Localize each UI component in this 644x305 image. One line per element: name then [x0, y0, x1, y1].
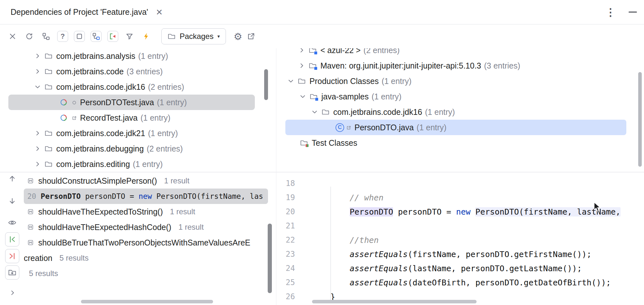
usage-code-type: PersonDTO: [41, 192, 81, 200]
group-by-packages-toggle[interactable]: [40, 31, 51, 42]
usage-group-row[interactable]: shouldBeTrueThatTwoPersonObjectsWithSame…: [18, 235, 269, 250]
usages-horizontal-scrollbar[interactable]: [81, 300, 213, 303]
show-modules-toggle[interactable]: [91, 31, 102, 42]
code-text: (firstName, personDTO.getFirstName());: [408, 250, 592, 259]
analyze-button[interactable]: [141, 31, 152, 42]
hierarchy-icon: [42, 32, 50, 41]
tree-item-count: (1 entry): [416, 123, 446, 132]
code-method-call: assertEquals: [350, 278, 408, 287]
usage-group-row[interactable]: 5 results: [18, 266, 269, 281]
tab-close-icon[interactable]: ✕: [156, 8, 163, 16]
class-icon: C: [335, 123, 344, 132]
settings-button[interactable]: ⚙: [234, 31, 242, 42]
jdk-icon: [308, 48, 317, 55]
tree-item-production-classes[interactable]: Production Classes (1 entry): [287, 73, 411, 89]
chevron-right-icon[interactable]: [34, 68, 41, 75]
preview-toggle[interactable]: [8, 218, 17, 227]
tree-item-azul-22[interactable]: < azul-22 > (2 entries): [298, 48, 400, 58]
code-method-call: assertEquals: [350, 264, 408, 273]
tree-item-code[interactable]: com.jetbrains.code (3 entries): [34, 64, 163, 79]
tree-item-count: (3 entries): [484, 61, 520, 70]
tree-item-java-samples[interactable]: java-samples (1 entry): [299, 89, 401, 104]
previous-occurrence-button[interactable]: [8, 174, 16, 183]
chevron-down-icon[interactable]: [34, 83, 41, 91]
highlighted-type: PersonDTO: [350, 207, 393, 217]
chevron-right-icon[interactable]: [298, 48, 306, 54]
dataflow-toggle[interactable]: [107, 31, 118, 42]
usage-count: 1 result: [164, 176, 190, 185]
tree-item-code-jdk21[interactable]: com.jetbrains.code.jdk21 (1 entry): [34, 125, 178, 141]
autoscroll-from-source-toggle[interactable]: [5, 249, 19, 263]
tree-item-label: Maven: org.junit.jupiter:junit-jupiter-a…: [320, 61, 481, 70]
tab-dependencies[interactable]: Dependencies of Project 'Feature.java' ✕: [0, 0, 163, 24]
tree-item-persondto[interactable]: C PersonDTO.java (1 entry): [335, 120, 446, 135]
packages-dropdown[interactable]: Packages ▾: [161, 28, 226, 44]
chevron-down-icon: ▾: [217, 33, 220, 39]
package-icon: [44, 67, 53, 76]
test-badge: [305, 144, 309, 147]
mouse-cursor: [593, 202, 602, 212]
tree-item-test-classes[interactable]: Test Classes: [300, 135, 357, 151]
usage-group-row[interactable]: shouldHaveTheExpectedToString() 1 result: [18, 204, 269, 219]
next-occurrence-button[interactable]: [8, 197, 16, 205]
package-icon: [44, 160, 53, 169]
chevron-right-icon[interactable]: [298, 62, 306, 69]
usage-selected-row[interactable]: 20 PersonDTO personDTO = new PersonDTO(f…: [24, 189, 268, 204]
help-toggle[interactable]: ?: [57, 31, 68, 42]
chevron-right-icon[interactable]: [34, 129, 41, 137]
tree-item-analysis[interactable]: com.jetbrains.analysis (1 entry): [34, 48, 168, 64]
open-in-new-window-button[interactable]: [246, 31, 256, 42]
expand-strip-button[interactable]: [8, 289, 17, 297]
chevron-down-icon[interactable]: [299, 93, 307, 100]
tree-item-persondtotest[interactable]: PersonDTOTest.java (1 entry): [59, 95, 187, 110]
editor-line: 25 assertEquals(dateOfBirth, personDTO.g…: [276, 275, 644, 290]
close-button[interactable]: [7, 31, 18, 42]
chevron-down-icon[interactable]: [287, 77, 295, 85]
chevron-right-icon[interactable]: [34, 160, 41, 168]
usage-group-row[interactable]: creation 5 results: [18, 250, 269, 266]
tree-item-count: (1 entry): [148, 129, 178, 138]
chevron-down-icon[interactable]: [311, 108, 318, 116]
editor-horizontal-scrollbar[interactable]: [312, 300, 477, 303]
usage-group-row[interactable]: shouldConstructASimplePerson() 1 result: [18, 173, 269, 189]
library-badge: [314, 67, 318, 70]
test-folder-icon: [300, 138, 309, 147]
group-by-usage-type-toggle[interactable]: [5, 265, 19, 280]
tree-item-maven-junit[interactable]: Maven: org.junit.jupiter:junit-jupiter-a…: [298, 58, 520, 73]
tree-item-count: (3 entries): [127, 67, 163, 76]
code-comment: // when: [311, 193, 383, 202]
folder-asterisk-icon: [8, 268, 17, 277]
code-text: [470, 207, 475, 217]
chevron-right-icon[interactable]: [34, 145, 41, 152]
tree-item-label: PersonDTO.java: [354, 123, 414, 132]
flatten-packages-toggle[interactable]: [74, 31, 85, 42]
tree-item-count: (1 entry): [371, 92, 401, 101]
right-tree-scrollbar[interactable]: [638, 72, 642, 167]
package-icon: [44, 82, 53, 91]
tree-item-editing[interactable]: com.jetbrains.editing (1 entry): [34, 156, 163, 172]
left-tree-scrollbar[interactable]: [264, 69, 268, 100]
usages-vertical-scrollbar[interactable]: [268, 224, 272, 293]
method-icon: [27, 178, 34, 184]
usage-group-row[interactable]: shouldHaveTheExpectedHashCode() 1 result: [18, 219, 269, 235]
tree-item-recordtest[interactable]: RecordTest.java (1 entry): [59, 110, 170, 125]
tree-item-code-jdk16[interactable]: com.jetbrains.code.jdk16 (1 entry): [311, 104, 455, 120]
close-icon: [8, 32, 17, 41]
refresh-button[interactable]: [24, 31, 35, 42]
code-text: personDTO =: [393, 207, 456, 217]
minimize-icon[interactable]: [629, 12, 637, 13]
chevron-right-icon[interactable]: [34, 52, 41, 60]
tree-item-label: Test Classes: [312, 138, 357, 148]
green-arrow-icon: [8, 235, 16, 244]
tree-item-debugging[interactable]: com.jetbrains.debugging (2 entries): [34, 141, 183, 156]
tree-item-count: (1 entry): [381, 77, 411, 86]
tree-item-label: < azul-22 >: [320, 48, 361, 55]
usage-count: 1 result: [178, 223, 204, 232]
autoscroll-to-source-toggle[interactable]: [5, 232, 19, 246]
packages-dropdown-label: Packages: [180, 32, 213, 41]
tree-item-count: (2 entries): [363, 48, 400, 55]
more-options-icon[interactable]: ⋮: [605, 6, 616, 18]
line-number: 23: [276, 250, 295, 259]
filter-button[interactable]: [124, 31, 135, 42]
tree-item-code-jdk16[interactable]: com.jetbrains.code.jdk16 (2 entries): [34, 79, 184, 95]
